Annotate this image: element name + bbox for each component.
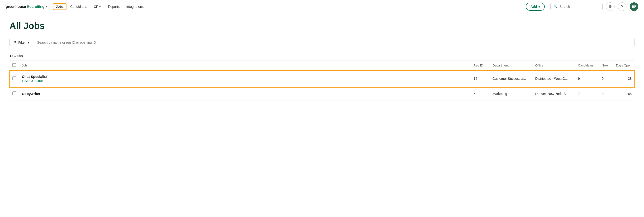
page-title: All Jobs <box>10 21 634 31</box>
th-reqid-label: Req ID <box>474 64 483 67</box>
table-row[interactable]: Chat Specialist TEMPLATE JOB 14 Customer… <box>10 70 634 87</box>
th-new: New <box>599 61 613 70</box>
job-count-label: Jobs <box>14 54 23 58</box>
th-select-all <box>10 61 19 70</box>
row-department: Customer Success a... <box>492 77 526 80</box>
add-button-chevron-icon: ▾ <box>538 5 540 8</box>
row-new-cell: 0 <box>599 87 613 100</box>
th-reqid: Req ID <box>471 61 490 70</box>
nav-candidates[interactable]: Candidates <box>68 3 90 10</box>
row-candidates-cell: 9 <box>575 70 599 87</box>
gear-icon: ⚙ <box>608 4 612 9</box>
row-reqid: 5 <box>474 92 476 96</box>
row-office-cell: Denver, New York, S... <box>532 87 575 100</box>
filter-label: Filter <box>18 40 26 44</box>
th-new-label: New <box>602 64 608 67</box>
filter-search-input[interactable] <box>33 38 634 47</box>
row-office: Denver, New York, S... <box>535 92 568 96</box>
filter-bar: ⧩ Filter ▾ <box>10 38 634 47</box>
filter-chevron-icon: ▾ <box>28 40 29 44</box>
th-daysopen: Days Open <box>613 61 634 70</box>
nav-integrations[interactable]: Integrations <box>124 3 146 10</box>
table-row[interactable]: Copywriter 5 Marketing Denver, New York,… <box>10 87 634 100</box>
job-count: 18 Jobs <box>10 54 634 58</box>
row-new: 0 <box>602 92 604 96</box>
search-bar: 🔍 <box>550 3 603 10</box>
jobs-table: Job Req ID Department Office Candidates … <box>10 60 634 100</box>
row-candidates: 7 <box>578 92 580 96</box>
th-office-label: Office <box>535 64 543 67</box>
question-icon: ? <box>621 4 623 9</box>
nav-jobs[interactable]: Jobs <box>53 3 66 10</box>
th-office: Office <box>532 61 575 70</box>
row-job-name[interactable]: Copywriter <box>22 92 468 96</box>
th-department-label: Department <box>492 64 509 67</box>
row-job-name[interactable]: Chat Specialist <box>22 74 468 78</box>
th-candidates: Candidates <box>575 61 599 70</box>
nav-reports[interactable]: Reports <box>105 3 122 10</box>
row-office-cell: Distributed - West C... <box>532 70 575 87</box>
row-department-cell: Marketing <box>490 87 532 100</box>
brand-logo[interactable]: greenhouse Recruiting ▾ <box>6 4 47 8</box>
help-button[interactable]: ? <box>618 2 626 11</box>
row-checkbox-cell <box>10 70 19 87</box>
brand-recruiting-text: Recruiting <box>27 4 44 8</box>
row-daysopen-cell: 38 <box>613 70 634 87</box>
row-daysopen: 38 <box>628 77 632 80</box>
search-input[interactable] <box>560 5 600 8</box>
row-department: Marketing <box>492 92 507 96</box>
th-department: Department <box>490 61 532 70</box>
job-count-number: 18 <box>10 54 14 58</box>
row-candidates-cell: 7 <box>575 87 599 100</box>
add-button-label: Add <box>530 5 537 8</box>
row-candidates: 9 <box>578 77 580 80</box>
filter-button[interactable]: ⧩ Filter ▾ <box>10 38 33 47</box>
th-candidates-label: Candidates <box>578 64 594 67</box>
search-icon: 🔍 <box>554 5 558 8</box>
settings-button[interactable]: ⚙ <box>606 2 614 11</box>
row-job-cell: Chat Specialist TEMPLATE JOB <box>19 70 471 87</box>
brand-greenhouse-text: greenhouse <box>6 4 26 8</box>
filter-funnel-icon: ⧩ <box>14 40 16 44</box>
row-new-cell: 0 <box>599 70 613 87</box>
row-checkbox[interactable] <box>12 92 16 95</box>
row-checkbox-cell <box>10 87 19 100</box>
nav-links: Jobs Candidates CRM Reports Integrations <box>53 3 146 10</box>
row-job-cell: Copywriter <box>19 87 471 100</box>
th-daysopen-label: Days Open <box>616 64 632 67</box>
row-reqid-cell: 14 <box>471 70 490 87</box>
row-office: Distributed - West C... <box>535 77 568 80</box>
avatar-initials: BF <box>632 5 636 8</box>
row-new: 0 <box>602 77 604 80</box>
table-header-row: Job Req ID Department Office Candidates … <box>10 61 634 70</box>
user-avatar[interactable]: BF <box>630 2 638 11</box>
nav-crm[interactable]: CRM <box>91 3 104 10</box>
row-reqid: 14 <box>474 77 477 80</box>
row-department-cell: Customer Success a... <box>490 70 532 87</box>
select-all-checkbox[interactable] <box>12 63 16 67</box>
navbar: greenhouse Recruiting ▾ Jobs Candidates … <box>0 0 644 13</box>
th-job: Job <box>19 61 471 70</box>
add-button[interactable]: Add ▾ <box>526 2 545 11</box>
row-daysopen: 68 <box>628 92 632 96</box>
th-job-label: Job <box>22 64 27 67</box>
row-checkbox[interactable] <box>12 76 16 80</box>
row-daysopen-cell: 68 <box>613 87 634 100</box>
template-badge: TEMPLATE JOB <box>22 80 43 82</box>
brand-caret-icon[interactable]: ▾ <box>46 5 47 8</box>
page-content: All Jobs ⧩ Filter ▾ 18 Jobs Job Req ID <box>0 13 644 108</box>
row-reqid-cell: 5 <box>471 87 490 100</box>
